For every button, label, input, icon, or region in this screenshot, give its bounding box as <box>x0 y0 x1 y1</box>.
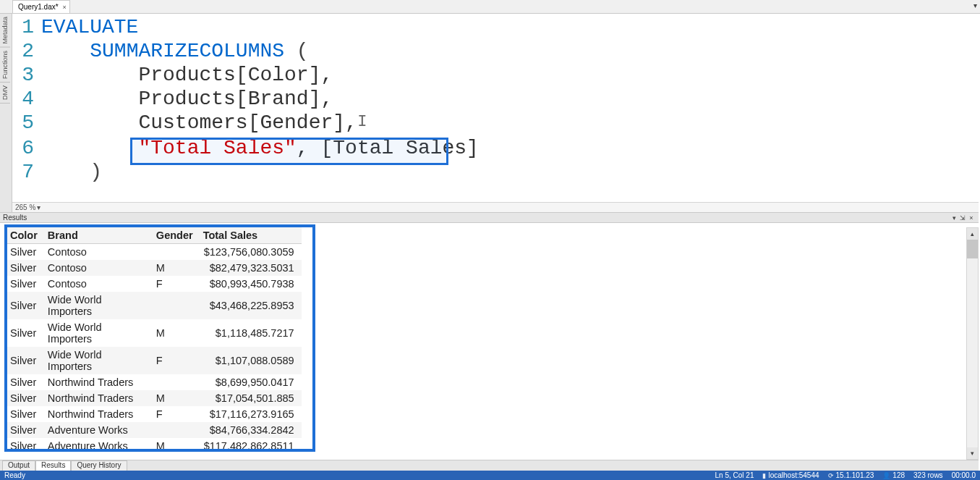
table-row[interactable]: SilverWide World ImportersM$1,118,485.72… <box>7 319 302 347</box>
cell-sales: $17,116,273.9165 <box>200 406 302 422</box>
cell-sales: $8,699,950.0417 <box>200 374 302 390</box>
cell-gender <box>153 244 200 261</box>
col-header-brand[interactable]: Brand <box>45 227 153 244</box>
cell-color: Silver <box>7 374 45 390</box>
cell-sales: $43,468,225.8953 <box>200 292 302 319</box>
gutter-1: 1 <box>12 15 41 39</box>
table-row[interactable]: SilverContosoF$80,993,450.7938 <box>7 276 302 292</box>
scroll-thumb[interactable] <box>967 240 978 258</box>
cell-brand: Contoso <box>45 276 153 292</box>
results-panel-title: Results <box>3 214 950 222</box>
code-editor[interactable]: 1EVALUATE 2 SUMMARIZECOLUMNS ( 3 Product… <box>12 14 979 212</box>
close-tab-icon[interactable]: × <box>63 4 67 11</box>
file-tab[interactable]: Query1.dax* × <box>12 0 70 13</box>
code-line-7: ) <box>41 160 102 184</box>
table-row[interactable]: SilverNorthwind Traders$8,699,950.0417 <box>7 374 302 390</box>
table-row[interactable]: SilverWide World Importers$43,468,225.89… <box>7 292 302 319</box>
tab-output[interactable]: Output <box>2 460 35 471</box>
table-row[interactable]: SilverContosoM$82,479,323.5031 <box>7 260 302 276</box>
cell-gender: M <box>153 319 200 347</box>
tab-results[interactable]: Results <box>35 460 71 471</box>
cell-color: Silver <box>7 292 45 319</box>
zoom-dropdown-icon[interactable]: ▾ <box>37 203 41 211</box>
cell-brand: Northwind Traders <box>45 374 153 390</box>
cell-color: Silver <box>7 422 45 438</box>
cell-color: Silver <box>7 276 45 292</box>
code-line-3: Products[Color], <box>41 63 333 87</box>
panel-pin-icon[interactable]: ⇲ <box>958 214 967 222</box>
cell-brand: Northwind Traders <box>45 390 153 406</box>
cell-gender <box>153 422 200 438</box>
cell-gender <box>153 374 200 390</box>
cell-brand: Wide World Importers <box>45 347 153 374</box>
cell-sales: $82,479,323.5031 <box>200 260 302 276</box>
tab-popup-icon[interactable]: ▾ <box>973 1 977 9</box>
results-grid-viewport: Color Brand Gender Total Sales SilverCon… <box>0 223 979 460</box>
cell-color: Silver <box>7 390 45 406</box>
code-area[interactable]: 1EVALUATE 2 SUMMARIZECOLUMNS ( 3 Product… <box>12 14 979 184</box>
kw-evaluate: EVALUATE <box>41 16 138 38</box>
panel-close-icon[interactable]: × <box>967 214 976 222</box>
cell-brand: Contoso <box>45 260 153 276</box>
col-header-gender[interactable]: Gender <box>153 227 200 244</box>
code-line-5: Customers[Gender], <box>41 111 357 134</box>
side-tab-functions[interactable]: Functions <box>0 48 10 83</box>
cell-brand: Adventure Works <box>45 438 153 454</box>
cell-sales: $123,756,080.3059 <box>200 244 302 261</box>
cell-sales: $117,482,862.8511 <box>200 438 302 454</box>
results-panel-header: Results ▾ ⇲ × <box>0 213 979 223</box>
table-row[interactable]: SilverNorthwind TradersM$17,054,501.885 <box>7 390 302 406</box>
text-cursor-icon: I <box>357 110 367 134</box>
status-version: 15.1.101.23 <box>836 471 874 479</box>
results-vertical-scrollbar[interactable]: ▴ ▾ <box>966 227 979 460</box>
cell-gender <box>153 292 200 319</box>
cell-sales: $84,766,334.2842 <box>200 422 302 438</box>
cell-gender: M <box>153 260 200 276</box>
cell-brand: Wide World Importers <box>45 319 153 347</box>
scroll-down-button[interactable]: ▾ <box>967 447 978 459</box>
code-line-4: Products[Brand], <box>41 87 333 111</box>
gutter-6: 6 <box>12 136 41 160</box>
scroll-up-button[interactable]: ▴ <box>967 228 978 240</box>
cell-color: Silver <box>7 319 45 347</box>
results-panel: Results ▾ ⇲ × Color Brand Gender Total S… <box>0 212 979 471</box>
cell-gender: F <box>153 406 200 422</box>
panel-options-icon[interactable]: ▾ <box>950 214 958 222</box>
cell-gender: M <box>153 438 200 454</box>
cell-gender: F <box>153 347 200 374</box>
side-tab-rail: Metadata Functions DMV <box>0 14 12 212</box>
status-cursor-pos: Ln 5, Col 21 <box>715 471 754 479</box>
tab-query-history[interactable]: Query History <box>71 460 127 471</box>
table-row[interactable]: SilverNorthwind TradersF$17,116,273.9165 <box>7 406 302 422</box>
gutter-3: 3 <box>12 63 41 87</box>
cell-sales: $17,054,501.885 <box>200 390 302 406</box>
cell-sales: $80,993,450.7938 <box>200 276 302 292</box>
gutter-7: 7 <box>12 160 41 184</box>
editor-zoom-bar: 265 % ▾ <box>12 202 979 212</box>
status-rowcount: 323 rows <box>913 471 943 479</box>
col-header-total-sales[interactable]: Total Sales <box>200 227 302 244</box>
fn-summarizecolumns: SUMMARIZECOLUMNS <box>90 40 284 62</box>
zoom-level[interactable]: 265 % <box>15 203 35 211</box>
table-row[interactable]: SilverAdventure WorksM$117,482,862.8511 <box>7 438 302 454</box>
table-row[interactable]: SilverContoso$123,756,080.3059 <box>7 244 302 261</box>
file-tab-label: Query1.dax* <box>18 3 59 11</box>
side-tab-metadata[interactable]: Metadata <box>0 14 10 48</box>
col-header-color[interactable]: Color <box>7 227 45 244</box>
cell-brand: Wide World Importers <box>45 292 153 319</box>
cell-sales: $1,118,485.7217 <box>200 319 302 347</box>
side-tab-dmv[interactable]: DMV <box>0 83 10 104</box>
cell-brand: Adventure Works <box>45 422 153 438</box>
table-row[interactable]: SilverWide World ImportersF$1,107,088.05… <box>7 347 302 374</box>
table-row[interactable]: SilverAdventure Works$84,766,334.2842 <box>7 422 302 438</box>
cell-brand: Northwind Traders <box>45 406 153 422</box>
status-ready: Ready <box>4 471 707 479</box>
string-literal: "Total Sales" <box>138 137 296 159</box>
status-server: localhost:54544 <box>768 471 819 479</box>
gutter-2: 2 <box>12 39 41 63</box>
cell-color: Silver <box>7 347 45 374</box>
cell-brand: Contoso <box>45 244 153 261</box>
results-grid[interactable]: Color Brand Gender Total Sales SilverCon… <box>7 227 302 454</box>
cell-color: Silver <box>7 260 45 276</box>
status-user: 128 <box>892 471 905 479</box>
